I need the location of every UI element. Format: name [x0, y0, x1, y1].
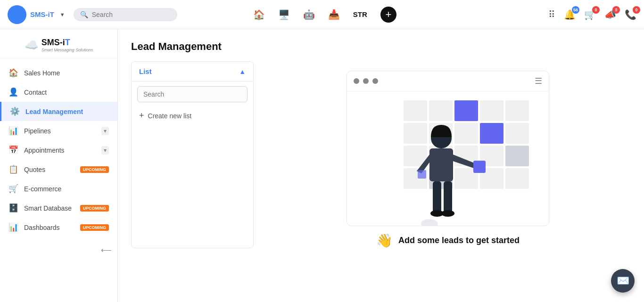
- collapse-icon: ⟵: [101, 245, 112, 254]
- svg-rect-25: [444, 181, 452, 213]
- chat-bubble-icon: ✉️: [617, 275, 629, 287]
- cart-icon-btn[interactable]: 🛒 0: [584, 9, 596, 20]
- dashboards-badge: UPCOMING: [80, 224, 109, 231]
- smart-database-badge: UPCOMING: [80, 205, 109, 212]
- sidebar-item-ecommerce[interactable]: 🛒 E-commerce: [0, 179, 117, 198]
- main-content: Lead Management List ▲ + Create new list: [118, 29, 644, 302]
- sidebar-logo-img: ☁️ SMS-iT Smart Messaging Solutions: [25, 38, 93, 52]
- svg-rect-9: [505, 123, 529, 144]
- svg-rect-22: [473, 161, 486, 173]
- list-search-wrap: [132, 82, 253, 107]
- quotes-label: Quotes: [24, 166, 74, 173]
- brand-dropdown-icon[interactable]: ▼: [60, 12, 65, 17]
- sales-home-icon: 🏠: [8, 68, 18, 78]
- cart-badge: 0: [592, 6, 600, 14]
- home-nav-icon[interactable]: 🏠: [253, 9, 265, 20]
- megaphone-icon-btn[interactable]: 📣 0: [604, 9, 616, 20]
- ecommerce-icon: 🛒: [8, 184, 18, 194]
- notifications-badge: 56: [572, 6, 579, 14]
- create-new-list-button[interactable]: + Create new list: [132, 107, 253, 124]
- list-sidebar-panel: List ▲ + Create new list: [131, 61, 254, 248]
- phone-badge: 0: [633, 6, 640, 14]
- brand-text: SMS-iT: [30, 10, 54, 18]
- svg-rect-4: [505, 100, 529, 121]
- brand-logo[interactable]: SMS-iT ▼: [8, 5, 65, 24]
- wave-icon: 👋: [376, 233, 393, 248]
- sidebar-item-dashboards[interactable]: 📊 Dashboards UPCOMING: [0, 218, 117, 237]
- robot-nav-icon[interactable]: 🤖: [303, 9, 315, 20]
- top-navigation: SMS-iT ▼ 🔍 🏠 🖥️ 🤖 📥 STR + ⠿ 🔔 56 🛒 0 📣 0: [0, 0, 644, 29]
- grid-icon-btn[interactable]: ⠿: [548, 9, 555, 20]
- list-header: List ▲: [132, 62, 253, 82]
- sidebar-brand-sub: Smart Messaging Solutions: [41, 48, 93, 52]
- plus-button[interactable]: +: [380, 7, 396, 23]
- create-plus-icon: +: [139, 111, 144, 121]
- quotes-icon: 📋: [8, 164, 18, 174]
- smart-database-label: Smart Database: [24, 204, 74, 212]
- list-collapse-icon[interactable]: ▲: [239, 68, 246, 75]
- contact-label: Contact: [24, 89, 109, 96]
- sidebar-item-quotes[interactable]: 📋 Quotes UPCOMING: [0, 160, 117, 179]
- phone-icon-btn[interactable]: 📞 0: [625, 9, 636, 20]
- svg-rect-2: [454, 100, 478, 121]
- notifications-icon-btn[interactable]: 🔔 56: [564, 9, 576, 20]
- global-search-box[interactable]: 🔍: [74, 8, 177, 21]
- sidebar-logo: ☁️ SMS-iT Smart Messaging Solutions: [0, 29, 117, 58]
- dot-1: [354, 78, 359, 84]
- appointments-label: Appointments: [24, 147, 96, 154]
- svg-point-28: [421, 219, 438, 226]
- illustration-menu-icon: ☰: [535, 76, 542, 86]
- svg-rect-19: [505, 168, 529, 189]
- page-title: Lead Management: [131, 41, 631, 53]
- add-leads-text: Add some leads to get started: [398, 236, 520, 245]
- contact-icon: 👤: [8, 87, 18, 97]
- illustration-dots: [354, 78, 378, 84]
- monitor-nav-icon[interactable]: 🖥️: [278, 9, 290, 20]
- dashboards-icon: 📊: [8, 222, 18, 232]
- sidebar-brand-suffix: T: [65, 38, 70, 47]
- sidebar-item-smart-database[interactable]: 🗄️ Smart Database UPCOMING: [0, 198, 117, 218]
- svg-rect-3: [480, 100, 504, 121]
- list-search-input[interactable]: [137, 86, 248, 102]
- svg-rect-21: [429, 148, 453, 181]
- sales-home-label: Sales Home: [24, 69, 109, 77]
- add-leads-section: 👋 Add some leads to get started: [376, 233, 520, 248]
- inbox-nav-icon[interactable]: 📥: [328, 9, 340, 20]
- search-input[interactable]: [92, 11, 171, 18]
- pipelines-label: Pipelines: [24, 127, 96, 135]
- dot-2: [363, 78, 369, 84]
- quotes-badge: UPCOMING: [80, 166, 109, 173]
- sidebar-collapse-btn[interactable]: ⟵: [0, 242, 117, 258]
- megaphone-badge: 0: [612, 6, 620, 14]
- illustration-card-top: ☰: [347, 71, 549, 91]
- pipelines-icon: 📊: [8, 126, 18, 136]
- svg-point-27: [441, 210, 454, 217]
- logo-circle: [8, 5, 26, 24]
- illustration-card: ☰: [347, 71, 549, 226]
- appointments-chevron: ▾: [101, 146, 109, 155]
- illustration-area: ☰: [265, 61, 631, 248]
- dot-3: [372, 78, 378, 84]
- sidebar-brand-text: SMS-iT: [41, 38, 70, 47]
- svg-rect-14: [505, 146, 529, 166]
- chat-bubble-button[interactable]: ✉️: [611, 269, 635, 293]
- list-header-title: List: [139, 67, 152, 75]
- illustration-svg: [347, 91, 549, 226]
- svg-rect-7: [454, 123, 478, 144]
- list-panel: List ▲ + Create new list: [131, 61, 631, 248]
- brand-name: SMS-iT: [30, 10, 54, 18]
- sidebar-item-contact[interactable]: 👤 Contact: [0, 82, 117, 102]
- str-label[interactable]: STR: [353, 10, 367, 18]
- sidebar-item-appointments[interactable]: 📅 Appointments ▾: [0, 140, 117, 160]
- search-icon: 🔍: [80, 11, 88, 18]
- sidebar-item-pipelines[interactable]: 📊 Pipelines ▾: [0, 121, 117, 140]
- sidebar-cloud-icon: ☁️: [25, 39, 39, 52]
- sidebar-item-sales-home[interactable]: 🏠 Sales Home: [0, 63, 117, 82]
- appointments-icon: 📅: [8, 145, 18, 155]
- svg-rect-1: [429, 100, 453, 121]
- dashboards-label: Dashboards: [24, 224, 74, 231]
- ecommerce-label: E-commerce: [24, 185, 109, 193]
- sidebar-item-lead-management[interactable]: ⚙️ Lead Management: [0, 102, 117, 121]
- svg-rect-8: [480, 123, 504, 144]
- svg-rect-23: [418, 170, 426, 179]
